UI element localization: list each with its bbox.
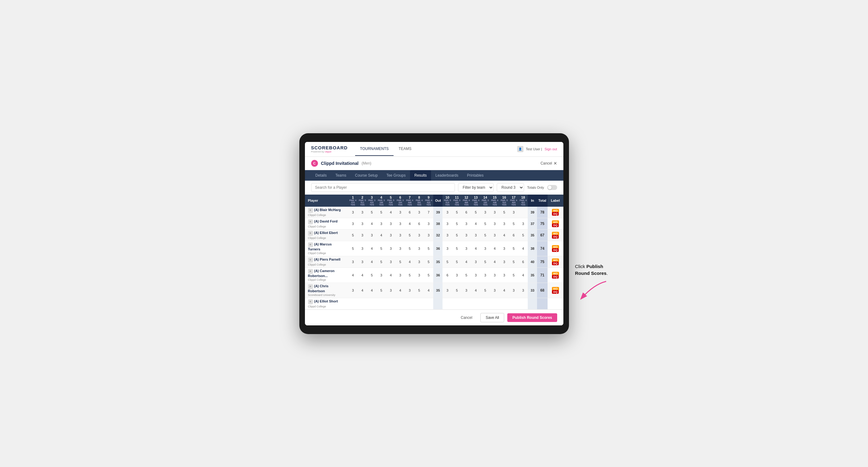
score-hole-6[interactable]: 3 (396, 207, 405, 218)
score-hole-13[interactable]: 3 (471, 256, 480, 268)
score-hole-2[interactable] (358, 298, 367, 309)
score-hole-5[interactable]: 3 (386, 218, 396, 229)
score-hole-8[interactable] (414, 298, 424, 309)
score-hole-14[interactable]: 3 (480, 207, 490, 218)
score-hole-3[interactable]: 4 (367, 218, 377, 229)
tab-teams[interactable]: Teams (331, 170, 350, 181)
score-hole-8[interactable]: 3 (414, 229, 424, 241)
score-hole-9[interactable]: 3 (424, 218, 434, 229)
score-hole-16[interactable]: 5 (500, 207, 509, 218)
score-hole-12[interactable]: 3 (462, 229, 471, 241)
score-hole-7[interactable]: 5 (405, 268, 415, 283)
score-hole-9[interactable]: 5 (424, 256, 434, 268)
score-hole-16[interactable]: 4 (500, 229, 509, 241)
score-hole-14[interactable]: 5 (480, 283, 490, 298)
score-hole-13[interactable]: 3 (471, 268, 480, 283)
score-hole-6[interactable]: 3 (396, 241, 405, 256)
score-hole-4[interactable]: 4 (376, 229, 386, 241)
score-hole-14[interactable]: 3 (480, 268, 490, 283)
score-hole-8[interactable]: 5 (414, 283, 424, 298)
dq-badge[interactable]: DQ (552, 235, 559, 239)
score-hole-16[interactable] (500, 298, 509, 309)
score-hole-2[interactable]: 4 (358, 283, 367, 298)
cancel-button[interactable]: Cancel (456, 313, 477, 322)
score-hole-12[interactable]: 5 (462, 268, 471, 283)
score-hole-18[interactable]: 4 (519, 268, 528, 283)
score-hole-18[interactable] (519, 298, 528, 309)
score-hole-8[interactable]: 3 (414, 256, 424, 268)
score-hole-18[interactable]: 3 (519, 283, 528, 298)
score-hole-12[interactable]: 3 (462, 241, 471, 256)
tab-details[interactable]: Details (311, 170, 331, 181)
score-hole-9[interactable]: 3 (424, 229, 434, 241)
score-hole-8[interactable]: 3 (414, 241, 424, 256)
score-hole-11[interactable]: 5 (452, 256, 462, 268)
score-hole-7[interactable]: 6 (405, 207, 415, 218)
score-hole-12[interactable] (462, 298, 471, 309)
score-hole-12[interactable]: 4 (462, 256, 471, 268)
tab-tee-groups[interactable]: Tee Groups (382, 170, 410, 181)
score-hole-18[interactable]: 5 (519, 229, 528, 241)
score-hole-16[interactable]: 4 (500, 283, 509, 298)
score-hole-11[interactable]: 5 (452, 218, 462, 229)
score-hole-4[interactable]: 5 (376, 207, 386, 218)
score-hole-9[interactable]: 5 (424, 268, 434, 283)
score-hole-1[interactable] (348, 298, 358, 309)
score-hole-12[interactable]: 3 (462, 283, 471, 298)
score-hole-6[interactable]: 3 (396, 268, 405, 283)
score-hole-1[interactable]: 3 (348, 283, 358, 298)
score-hole-9[interactable]: 7 (424, 207, 434, 218)
score-hole-7[interactable]: 5 (405, 229, 415, 241)
score-hole-2[interactable]: 3 (358, 218, 367, 229)
dq-badge[interactable]: DQ (552, 275, 559, 279)
score-hole-14[interactable]: 5 (480, 218, 490, 229)
score-hole-5[interactable]: 3 (386, 256, 396, 268)
search-input[interactable] (311, 183, 455, 192)
score-hole-17[interactable]: 6 (509, 229, 519, 241)
score-hole-17[interactable]: 5 (509, 256, 519, 268)
score-hole-11[interactable]: 3 (452, 268, 462, 283)
score-hole-11[interactable] (452, 298, 462, 309)
score-hole-18[interactable]: 6 (519, 256, 528, 268)
score-hole-2[interactable]: 4 (358, 268, 367, 283)
score-hole-17[interactable]: 3 (509, 207, 519, 218)
score-hole-15[interactable]: 3 (490, 229, 500, 241)
nav-teams[interactable]: TEAMS (394, 142, 416, 156)
score-hole-15[interactable]: 4 (490, 256, 500, 268)
score-hole-17[interactable]: 5 (509, 218, 519, 229)
score-hole-10[interactable]: 5 (442, 256, 452, 268)
score-hole-13[interactable]: 4 (471, 218, 480, 229)
score-hole-13[interactable]: 5 (471, 207, 480, 218)
score-hole-11[interactable]: 5 (452, 283, 462, 298)
dq-badge[interactable]: DQ (552, 248, 559, 252)
score-hole-1[interactable]: 5 (348, 229, 358, 241)
score-hole-9[interactable]: 4 (424, 283, 434, 298)
score-hole-10[interactable] (442, 298, 452, 309)
score-hole-1[interactable]: 3 (348, 218, 358, 229)
filter-team-select[interactable]: Filter by team (458, 183, 494, 192)
nav-tournaments[interactable]: TOURNAMENTS (355, 142, 394, 156)
score-hole-5[interactable] (386, 298, 396, 309)
publish-round-scores-button[interactable]: Publish Round Scores (507, 313, 557, 322)
score-hole-7[interactable]: 3 (405, 283, 415, 298)
score-hole-4[interactable]: 5 (376, 283, 386, 298)
sign-out-link[interactable]: Sign out (545, 147, 557, 151)
score-hole-7[interactable] (405, 298, 415, 309)
tab-course-setup[interactable]: Course Setup (351, 170, 382, 181)
score-hole-10[interactable]: 3 (442, 229, 452, 241)
score-hole-10[interactable]: 3 (442, 218, 452, 229)
score-hole-9[interactable] (424, 298, 434, 309)
score-hole-2[interactable]: 3 (358, 207, 367, 218)
score-hole-10[interactable]: 6 (442, 268, 452, 283)
score-hole-16[interactable]: 3 (500, 218, 509, 229)
score-hole-6[interactable]: 4 (396, 283, 405, 298)
score-hole-13[interactable]: 4 (471, 241, 480, 256)
score-hole-4[interactable]: 5 (376, 256, 386, 268)
score-hole-6[interactable]: 3 (396, 229, 405, 241)
score-hole-12[interactable]: 3 (462, 218, 471, 229)
tab-results[interactable]: Results (410, 170, 431, 181)
score-hole-13[interactable]: 3 (471, 229, 480, 241)
score-hole-16[interactable]: 3 (500, 241, 509, 256)
score-hole-4[interactable] (376, 298, 386, 309)
dq-badge[interactable]: DQ (552, 290, 559, 294)
